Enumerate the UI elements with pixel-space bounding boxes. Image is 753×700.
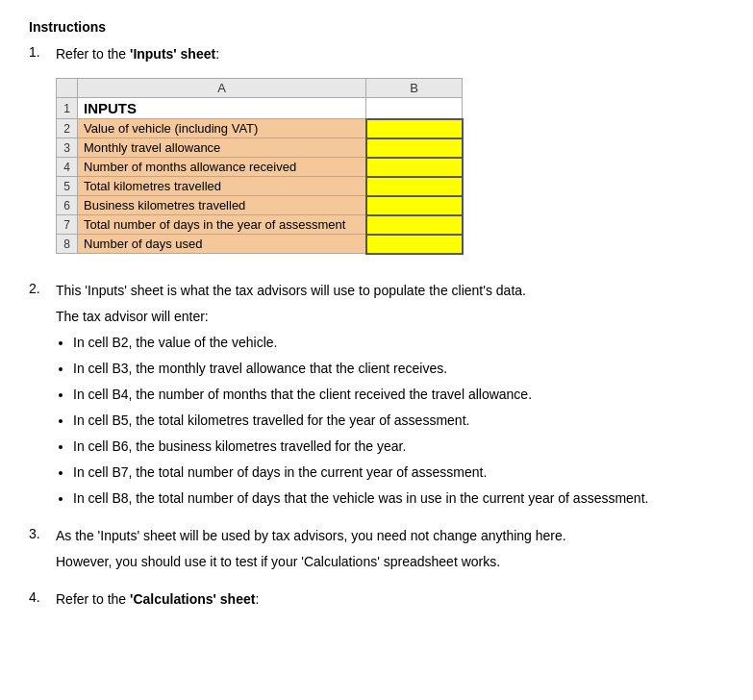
row-label-3: Monthly travel allowance bbox=[78, 138, 366, 158]
row-label-2: Value of vehicle (including VAT) bbox=[78, 119, 366, 138]
row-value-4 bbox=[366, 158, 463, 177]
list-item-2: 2. This 'Inputs' sheet is what the tax a… bbox=[29, 281, 724, 514]
main-list: 1. Refer to the 'Inputs' sheet: A B 1 bbox=[29, 44, 724, 615]
item3-para1: As the 'Inputs' sheet will be used by ta… bbox=[56, 526, 724, 546]
row-value-8 bbox=[366, 235, 463, 254]
row-value-5 bbox=[366, 177, 463, 196]
row-header-6: 6 bbox=[57, 196, 78, 215]
row-label-1: INPUTS bbox=[78, 98, 366, 119]
row-value-1 bbox=[366, 98, 463, 119]
row-value-7 bbox=[366, 215, 463, 235]
list-content-3: As the 'Inputs' sheet will be used by ta… bbox=[56, 526, 724, 578]
list-item-3: 3. As the 'Inputs' sheet will be used by… bbox=[29, 526, 724, 578]
row-header-1: 1 bbox=[57, 98, 78, 119]
spreadsheet-table: A B 1INPUTS2Value of vehicle (including … bbox=[56, 78, 464, 255]
row-header-3: 3 bbox=[57, 138, 78, 158]
item4-text: Refer to the 'Calculations' sheet: bbox=[56, 589, 724, 610]
list-item-1: 1. Refer to the 'Inputs' sheet: A B 1 bbox=[29, 44, 724, 269]
bullet-item-6: In cell B7, the total number of days in … bbox=[73, 462, 724, 483]
row-header-7: 7 bbox=[57, 215, 78, 235]
row-value-2 bbox=[366, 119, 463, 138]
list-content-1: Refer to the 'Inputs' sheet: A B 1INPUTS… bbox=[56, 44, 724, 269]
bullet-item-2: In cell B3, the monthly travel allowance… bbox=[73, 359, 724, 379]
bullet-item-5: In cell B6, the business kilometres trav… bbox=[73, 437, 724, 457]
item3-para2: However, you should use it to test if yo… bbox=[56, 552, 724, 572]
list-number-4: 4. bbox=[29, 589, 56, 605]
row-value-3 bbox=[366, 138, 463, 158]
row-header-2: 2 bbox=[57, 119, 78, 138]
list-number-3: 3. bbox=[29, 526, 56, 541]
col-header-b: B bbox=[366, 79, 463, 98]
bullet-item-3: In cell B4, the number of months that th… bbox=[73, 385, 724, 405]
row-header-4: 4 bbox=[57, 158, 78, 177]
corner-cell bbox=[57, 79, 78, 98]
item1-text: Refer to the 'Inputs' sheet: bbox=[56, 44, 724, 64]
list-item-4: 4. Refer to the 'Calculations' sheet: bbox=[29, 589, 724, 615]
row-value-6 bbox=[366, 196, 463, 215]
row-header-8: 8 bbox=[57, 235, 78, 254]
bullet-item-4: In cell B5, the total kilometres travell… bbox=[73, 411, 724, 431]
item2-para2: The tax advisor will enter: bbox=[56, 307, 724, 327]
list-number-2: 2. bbox=[29, 281, 56, 296]
list-content-2: This 'Inputs' sheet is what the tax advi… bbox=[56, 281, 724, 514]
row-label-7: Total number of days in the year of asse… bbox=[78, 215, 366, 235]
row-label-5: Total kilometres travelled bbox=[78, 177, 366, 196]
col-header-a: A bbox=[78, 79, 366, 98]
row-label-6: Business kilometres travelled bbox=[78, 196, 366, 215]
instructions-title: Instructions bbox=[29, 19, 724, 35]
list-content-4: Refer to the 'Calculations' sheet: bbox=[56, 589, 724, 615]
bullet-item-7: In cell B8, the total number of days tha… bbox=[73, 488, 724, 509]
list-number-1: 1. bbox=[29, 44, 56, 60]
bullet-list: In cell B2, the value of the vehicle.In … bbox=[73, 333, 724, 509]
row-header-5: 5 bbox=[57, 177, 78, 196]
spreadsheet-container: A B 1INPUTS2Value of vehicle (including … bbox=[56, 78, 464, 255]
bullet-item-1: In cell B2, the value of the vehicle. bbox=[73, 333, 724, 353]
item2-para1: This 'Inputs' sheet is what the tax advi… bbox=[56, 281, 724, 301]
row-label-8: Number of days used bbox=[78, 235, 366, 254]
row-label-4: Number of months allowance received bbox=[78, 158, 366, 177]
